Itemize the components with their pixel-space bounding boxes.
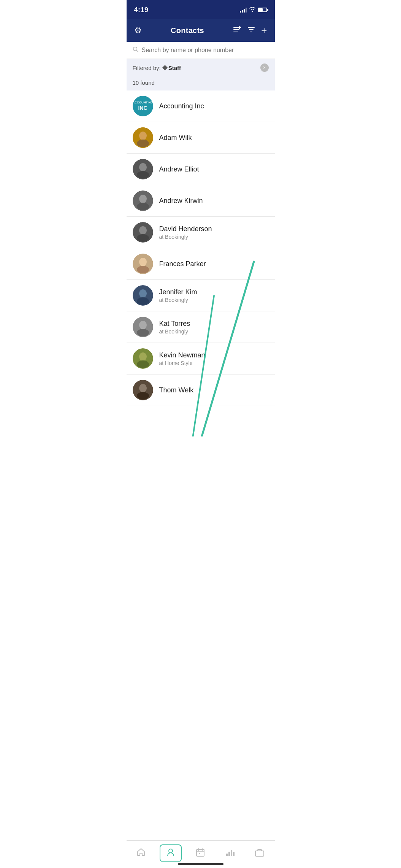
contact-item-accounting-inc[interactable]: ACCOUNTING INC Accounting Inc [127, 90, 275, 122]
tag-diamond-icon [162, 65, 168, 70]
svg-point-23 [137, 266, 149, 273]
contact-info-adam-wilk: Adam Wilk [159, 134, 192, 142]
contact-info-jennifer-kim: Jennifer Kim at Bookingly [159, 288, 197, 303]
search-bar [127, 42, 275, 59]
avatar-adam-wilk [133, 127, 153, 148]
contact-item-kevin-newman[interactable]: Kevin Newman at Home Style [127, 343, 275, 374]
contact-name: Kat Torres [159, 320, 190, 328]
avatar-jennifer-kim [133, 285, 153, 306]
contact-name: Kevin Newman [159, 351, 205, 359]
add-contact-icon[interactable]: + [261, 25, 267, 36]
svg-point-22 [139, 258, 147, 266]
signal-icon [240, 7, 247, 13]
sort-icon[interactable] [233, 26, 241, 35]
contacts-list: ACCOUNTING INC Accounting Inc Adam Wilk [127, 90, 275, 436]
contact-name: Adam Wilk [159, 134, 192, 142]
contact-item-andrew-elliot[interactable]: Andrew Elliot [127, 154, 275, 185]
filter-tag-label: Staff [168, 65, 181, 71]
contact-item-adam-wilk[interactable]: Adam Wilk [127, 122, 275, 154]
contact-info-david-henderson: David Henderson at Bookingly [159, 225, 212, 240]
status-icons [240, 6, 267, 13]
contact-name: Accounting Inc [159, 102, 204, 110]
contact-item-andrew-kirwin[interactable]: Andrew Kirwin [127, 185, 275, 217]
contact-item-jennifer-kim[interactable]: Jennifer Kim at Bookingly [127, 280, 275, 311]
page-title: Contacts [171, 26, 204, 35]
contact-info-andrew-elliot: Andrew Elliot [159, 165, 199, 173]
contact-name: David Henderson [159, 225, 212, 233]
contact-info-frances-parker: Frances Parker [159, 260, 206, 268]
status-bar: 4:19 [127, 0, 275, 19]
svg-point-35 [137, 392, 149, 400]
svg-point-17 [137, 203, 149, 210]
svg-point-34 [139, 384, 147, 392]
header-left-actions: ⚙ [134, 25, 142, 35]
status-time: 4:19 [134, 6, 149, 14]
contact-item-david-henderson[interactable]: David Henderson at Bookingly [127, 217, 275, 248]
settings-icon[interactable]: ⚙ [134, 25, 142, 35]
svg-point-14 [137, 171, 149, 179]
filter-close-button[interactable]: × [260, 63, 269, 72]
close-icon: × [263, 65, 266, 70]
svg-point-26 [137, 297, 149, 305]
filter-tag: Staff [163, 65, 181, 71]
avatar-andrew-elliot [133, 159, 153, 179]
contact-name: Thom Welk [159, 386, 194, 394]
contact-subtitle: at Bookingly [159, 234, 212, 240]
battery-icon [258, 8, 267, 12]
avatar-andrew-kirwin [133, 190, 153, 211]
svg-point-25 [139, 289, 147, 298]
wifi-icon [249, 6, 256, 13]
contact-item-frances-parker[interactable]: Frances Parker [127, 248, 275, 280]
avatar-david-henderson [133, 222, 153, 243]
contact-name: Andrew Elliot [159, 165, 199, 173]
contact-subtitle: at Bookingly [159, 328, 190, 335]
filtered-by-label: Filtered by: [133, 65, 161, 71]
svg-point-13 [139, 163, 147, 171]
svg-point-32 [137, 360, 149, 368]
svg-point-10 [139, 132, 147, 140]
contact-item-thom-welk[interactable]: Thom Welk [127, 374, 275, 406]
contact-info-thom-welk: Thom Welk [159, 386, 194, 394]
svg-point-28 [139, 321, 147, 329]
results-count: 10 found [127, 76, 275, 90]
contact-info-kat-torres: Kat Torres at Bookingly [159, 320, 190, 335]
svg-point-19 [139, 226, 147, 235]
contact-info-kevin-newman: Kevin Newman at Home Style [159, 351, 205, 366]
header-right-actions: + [233, 25, 267, 36]
contact-name: Jennifer Kim [159, 288, 197, 296]
contact-subtitle: at Home Style [159, 360, 205, 366]
contact-subtitle: at Bookingly [159, 297, 197, 303]
avatar-kat-torres [133, 317, 153, 337]
svg-point-20 [137, 234, 149, 242]
svg-point-16 [139, 195, 147, 203]
avatar-thom-welk [133, 380, 153, 400]
svg-line-4 [136, 51, 138, 52]
contact-info-accounting-inc: Accounting Inc [159, 102, 204, 110]
svg-point-29 [137, 329, 149, 336]
contact-name: Frances Parker [159, 260, 206, 268]
svg-point-11 [137, 140, 149, 147]
contact-item-kat-torres[interactable]: Kat Torres at Bookingly [127, 311, 275, 343]
contact-info-andrew-kirwin: Andrew Kirwin [159, 197, 203, 205]
filter-info: Filtered by: Staff [133, 65, 181, 71]
app-header: ⚙ Contacts + [127, 19, 275, 42]
avatar-frances-parker [133, 254, 153, 274]
filter-bar: Filtered by: Staff × [127, 59, 275, 76]
search-input[interactable] [142, 47, 269, 54]
contact-name: Andrew Kirwin [159, 197, 203, 205]
filter-icon[interactable] [247, 26, 255, 35]
avatar-kevin-newman [133, 348, 153, 369]
search-icon [133, 46, 139, 54]
avatar-accounting-inc: ACCOUNTING INC [133, 96, 153, 116]
svg-point-31 [139, 352, 147, 361]
